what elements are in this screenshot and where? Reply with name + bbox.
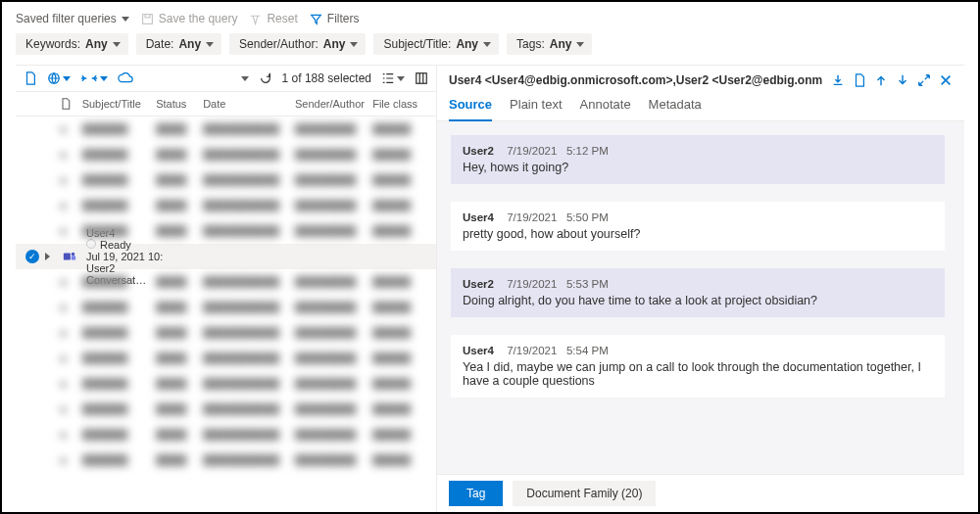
table-row[interactable]: ■█████████████████████████████████ [16,117,436,142]
message-sender: User4 [463,345,497,356]
table-row[interactable]: ■█████████████████████████████████ [16,422,436,447]
chevron-down-icon[interactable] [241,76,249,81]
filter-tags[interactable]: Tags:Any [507,33,592,55]
col-subject[interactable]: Subject/Title [82,98,153,110]
message-sender: User4 [463,211,497,223]
message-sender: User2 [463,278,497,290]
save-query-label: Save the query [159,12,238,25]
table-row[interactable]: ■█████████████████████████████████ [16,346,436,371]
message-date: 7/19/2021 5:53 PM [507,278,609,290]
download-icon[interactable] [831,73,845,87]
refresh-icon[interactable] [259,71,272,85]
table-row[interactable]: ■█████████████████████████████████ [16,295,436,320]
file-icon[interactable] [24,71,37,85]
arrow-up-icon[interactable] [874,73,888,87]
teams-icon [63,250,82,263]
table-row[interactable]: ■█████████████████████████████████ [16,218,436,244]
table-row[interactable]: ■█████████████████████████████████ [16,193,436,218]
chevron-down-icon [397,76,405,81]
detail-header: User4 <User4@edbig.onmicrosoft.com>,User… [437,66,964,91]
filter-icon [310,13,322,25]
table-row[interactable]: ■█████████████████████████████████ [16,167,436,193]
saved-filter-queries-label: Saved filter queries [16,12,117,25]
message-body: Yea I did, maybe we can jump on a call t… [463,360,933,388]
filter-date[interactable]: Date:Any [136,33,221,55]
reset-icon [249,13,262,25]
filters-button[interactable]: Filters [310,12,360,25]
message-date: 7/19/2021 5:50 PM [507,211,609,223]
tab-source[interactable]: Source [449,91,492,121]
svg-rect-3 [416,73,427,84]
svg-rect-4 [64,254,71,260]
col-date[interactable]: Date [203,98,291,110]
svg-rect-0 [142,14,152,23]
column-headers: Subject/Title Status Date Sender/Author … [16,92,436,117]
message-body: Hey, hows it going? [463,161,933,174]
detail-actions: Tag Document Family (20) [437,474,964,512]
cell-date: Jul 19, 2021 10:12 … [86,251,163,262]
col-fileclass[interactable]: File class [372,98,428,110]
message-date: 7/19/2021 5:12 PM [507,145,609,157]
table-row[interactable]: ✓User4 ReadyJul 19, 2021 10:12 …User2 Co… [16,244,436,269]
conversation-pane: User2 7/19/2021 5:12 PMHey, hows it goin… [437,121,964,474]
link-icon[interactable] [80,72,108,84]
col-sender[interactable]: Sender/Author [295,98,368,110]
message: User4 7/19/2021 5:54 PMYea I did, maybe … [451,335,945,397]
chevron-down-icon [122,17,129,22]
save-query-button[interactable]: Save the query [141,12,238,25]
message-body: pretty good, how about yourself? [463,227,933,241]
svg-rect-1 [145,14,150,17]
check-icon[interactable]: ✓ [25,250,39,263]
chevron-down-icon [483,42,491,47]
chevron-down-icon [576,42,584,47]
filter-pills-row: Keywords:Any Date:Any Sender/Author:Any … [16,33,964,55]
table-row[interactable]: ■█████████████████████████████████ [16,397,436,422]
chevron-right-icon[interactable] [45,253,50,260]
filters-label: Filters [327,12,360,25]
reset-label: Reset [267,12,297,25]
chevron-down-icon [113,42,121,47]
filter-subject[interactable]: Subject/Title:Any [373,33,499,55]
tab-annotate[interactable]: Annotate [580,91,631,120]
tab-metadata[interactable]: Metadata [649,91,702,120]
cloud-icon[interactable] [118,72,133,84]
chevron-down-icon [100,76,108,81]
message-body: Doing alright, do you have time to take … [463,294,933,307]
arrow-down-icon[interactable] [896,73,909,87]
results-list: ■█████████████████████████████████■█████… [16,117,436,512]
list-toolbar: 1 of 188 selected [16,66,436,92]
saved-filter-queries[interactable]: Saved filter queries [16,12,129,25]
table-row[interactable]: ■█████████████████████████████████ [16,371,436,397]
filter-keywords[interactable]: Keywords:Any [16,33,128,55]
columns-icon[interactable] [415,71,428,85]
tag-button[interactable]: Tag [449,481,503,506]
table-row[interactable]: ■█████████████████████████████████ [16,142,436,167]
table-row[interactable]: ■█████████████████████████████████ [16,320,436,346]
filter-sender[interactable]: Sender/Author:Any [229,33,366,55]
document-family-button[interactable]: Document Family (20) [513,481,656,506]
cell-status: Ready [86,239,133,251]
message-sender: User2 [463,145,497,157]
message-date: 7/19/2021 5:54 PM [507,345,609,356]
chevron-down-icon [206,42,214,47]
globe-icon[interactable] [47,71,71,85]
expand-icon[interactable] [917,73,931,87]
message: User2 7/19/2021 5:12 PMHey, hows it goin… [451,135,945,184]
command-bar: Saved filter queries Save the query Rese… [16,12,964,33]
close-icon[interactable] [939,73,953,87]
svg-rect-6 [72,256,75,259]
tab-plain-text[interactable]: Plain text [510,91,562,120]
list-view-icon[interactable] [381,71,405,85]
detail-title: User4 <User4@edbig.onmicrosoft.com>,User… [449,73,823,87]
chevron-down-icon [63,76,71,81]
detail-tabs: Source Plain text Annotate Metadata [437,91,964,121]
col-status[interactable]: Status [156,98,199,110]
message: User4 7/19/2021 5:50 PMpretty good, how … [451,202,945,251]
svg-point-5 [72,253,75,257]
chevron-down-icon [350,42,358,47]
new-doc-icon[interactable] [853,73,866,87]
table-row[interactable]: ■█████████████████████████████████ [16,447,436,473]
table-row[interactable]: ■█████████████████████████████████ [16,269,436,295]
selected-count: 1 of 188 selected [282,71,371,85]
reset-button[interactable]: Reset [249,12,297,25]
